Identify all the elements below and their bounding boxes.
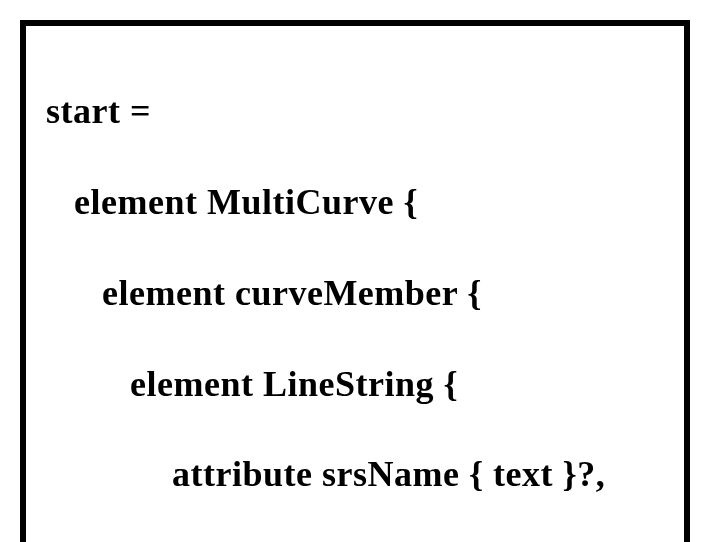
code-line: element curveMember {	[46, 271, 664, 316]
schema-code-box: start = element MultiCurve { element cur…	[20, 20, 690, 542]
page: start = element MultiCurve { element cur…	[0, 0, 710, 542]
code-line: start =	[46, 89, 664, 134]
code-line: element LineString {	[46, 362, 664, 407]
code-line: attribute srsName { text }?,	[46, 452, 664, 497]
code-line: element MultiCurve {	[46, 180, 664, 225]
